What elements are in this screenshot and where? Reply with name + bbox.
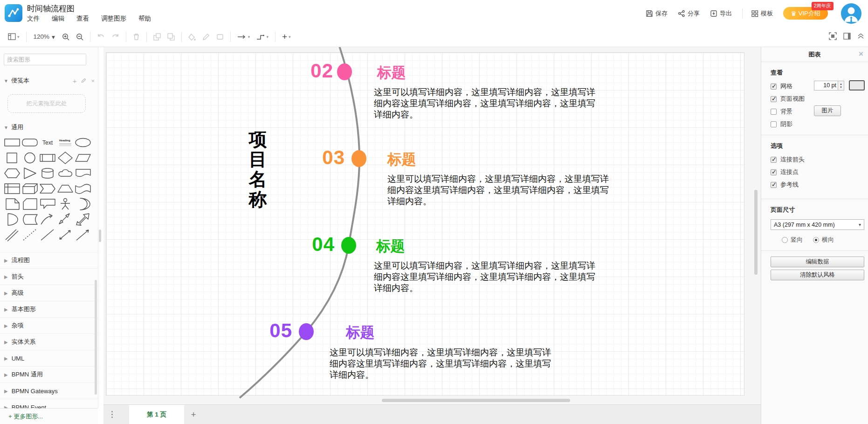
share-button[interactable]: 分享 xyxy=(678,9,700,18)
shape-document-icon[interactable] xyxy=(74,166,92,181)
timeline-number[interactable]: 05 xyxy=(250,320,292,342)
scratchpad-close-icon[interactable]: × xyxy=(91,77,95,84)
shape-or-icon[interactable] xyxy=(74,196,92,212)
timeline-title[interactable]: 标题 xyxy=(387,150,416,169)
grid-size-stepper[interactable]: ▲▼ xyxy=(838,81,844,90)
to-back-button[interactable] xyxy=(164,31,178,42)
timeline-description[interactable]: 这里可以填写详细内容，这里填写详细内容，这里填写详细内容这里填写详细内容，这里填… xyxy=(387,174,614,207)
shape-process-icon[interactable] xyxy=(39,150,56,166)
shape-triangle-icon[interactable] xyxy=(21,166,39,181)
menu-item-4[interactable]: 帮助 xyxy=(138,14,151,23)
timeline-dot[interactable] xyxy=(337,63,352,80)
category-3[interactable]: ▶基本图形 xyxy=(0,301,98,317)
collapse-toolbar-button[interactable] xyxy=(857,33,864,41)
grid-checkbox[interactable] xyxy=(771,83,777,90)
timeline-title[interactable]: 标题 xyxy=(346,323,375,342)
export-button[interactable]: 导出 xyxy=(710,9,732,18)
timeline-number[interactable]: 03 xyxy=(303,146,345,169)
clear-default-style-button[interactable]: 清除默认风格 xyxy=(771,270,864,280)
pages-menu-button[interactable] xyxy=(103,405,120,424)
shape-circle-icon[interactable] xyxy=(21,150,39,166)
avatar[interactable] xyxy=(841,3,861,24)
sidebar-resize-grip[interactable] xyxy=(99,229,101,242)
background-checkbox[interactable] xyxy=(771,109,777,115)
edit-data-button[interactable]: 编辑数据 xyxy=(771,257,864,267)
shape-internal-storage-icon[interactable] xyxy=(3,181,21,196)
zoom-level-dropdown[interactable]: 120% ▾ xyxy=(30,31,59,42)
fill-color-button[interactable] xyxy=(185,31,199,42)
line-color-button[interactable] xyxy=(199,31,213,42)
timeline-description[interactable]: 这里可以填写详细内容，这里填写详细内容，这里填写详细内容这里填写详细内容，这里填… xyxy=(374,260,600,294)
shape-tape-icon[interactable] xyxy=(74,181,92,196)
fit-page-button[interactable] xyxy=(829,32,837,42)
shape-two-way-arrow-icon[interactable] xyxy=(56,212,74,227)
shape-line-icon[interactable] xyxy=(39,227,56,243)
shape-rectangle-icon[interactable] xyxy=(3,135,21,150)
scratchpad-section[interactable]: ▼ 便笺本 + × xyxy=(4,76,95,85)
more-shapes-button[interactable]: + 更多图形... xyxy=(0,408,98,424)
shape-hexagon-icon[interactable] xyxy=(3,166,21,181)
shape-dotted-line-icon[interactable] xyxy=(21,227,39,243)
menu-item-0[interactable]: 文件 xyxy=(27,14,40,23)
general-shapes-section[interactable]: ▼ 通用 xyxy=(4,123,23,132)
save-button[interactable]: 保存 xyxy=(646,9,668,18)
horizontal-scrollbar[interactable] xyxy=(382,399,570,402)
delete-button[interactable] xyxy=(130,31,143,42)
category-7[interactable]: ▶BPMN 通用 xyxy=(0,366,98,382)
shape-card-icon[interactable] xyxy=(21,196,39,212)
vip-button[interactable]: ♛ VIP介绍 2周年庆 xyxy=(783,7,828,20)
shape-two-way-connector-icon[interactable] xyxy=(56,227,74,243)
sidebar-scrollbar[interactable] xyxy=(95,280,97,395)
insert-button[interactable]: + ▾ xyxy=(279,30,294,44)
shape-note-icon[interactable] xyxy=(3,196,21,212)
menu-item-2[interactable]: 查看 xyxy=(76,14,89,23)
scratchpad-edit-icon[interactable] xyxy=(81,77,86,84)
timeline-dot[interactable] xyxy=(299,323,314,340)
shape-cube-icon[interactable] xyxy=(21,181,39,196)
timeline-description[interactable]: 这里可以填写详细内容，这里填写详细内容，这里填写详细内容这里填写详细内容，这里填… xyxy=(330,347,556,381)
shape-text-icon[interactable]: Text xyxy=(39,135,56,150)
shape-ellipse-icon[interactable] xyxy=(74,135,92,150)
timeline-title[interactable]: 标题 xyxy=(376,236,405,256)
shape-heading-icon[interactable]: Heading xyxy=(56,135,74,150)
timeline-title[interactable]: 标题 xyxy=(377,63,406,83)
shape-double-line-icon[interactable] xyxy=(3,227,21,243)
redo-button[interactable] xyxy=(108,31,123,42)
category-1[interactable]: ▶箭头 xyxy=(0,268,98,285)
document-title[interactable]: 时间轴流程图 xyxy=(27,3,75,14)
page-tab-1[interactable]: 第 1 页 xyxy=(129,405,184,424)
category-4[interactable]: ▶杂项 xyxy=(0,317,98,334)
orientation-radio-1[interactable] xyxy=(813,237,819,243)
shadow-checkbox[interactable] xyxy=(771,121,777,127)
shape-parallelogram-icon[interactable] xyxy=(74,150,92,166)
edge-arrow-style-button[interactable]: ▾ xyxy=(234,32,254,42)
shape-and-icon[interactable] xyxy=(3,212,21,227)
grid-color-swatch[interactable] xyxy=(849,80,865,90)
timeline-dot[interactable] xyxy=(351,150,366,167)
template-button[interactable]: 模板 xyxy=(751,9,773,18)
vertical-scrollbar[interactable] xyxy=(754,190,758,275)
project-name-label[interactable]: 项目名称 xyxy=(247,129,269,209)
shape-curved-arrow-icon[interactable] xyxy=(39,212,56,227)
timeline-number[interactable]: 02 xyxy=(291,60,333,82)
option-checkbox-0[interactable] xyxy=(771,157,777,163)
menu-item-3[interactable]: 调整图形 xyxy=(101,14,126,23)
orientation-radio-0[interactable] xyxy=(782,237,788,243)
shape-step-icon[interactable] xyxy=(39,181,56,196)
shape-data-storage-icon[interactable] xyxy=(21,212,39,227)
to-front-button[interactable] xyxy=(150,31,164,42)
shape-directional-connector-icon[interactable] xyxy=(74,227,92,243)
undo-button[interactable] xyxy=(94,31,108,42)
timeline-number[interactable]: 04 xyxy=(293,233,335,256)
menu-item-1[interactable]: 编辑 xyxy=(52,14,64,23)
timeline-dot[interactable] xyxy=(341,237,356,254)
toggle-format-panel-button[interactable] xyxy=(843,33,851,42)
zoom-out-button[interactable] xyxy=(73,31,87,42)
shape-style-button[interactable] xyxy=(213,31,227,42)
zoom-in-button[interactable] xyxy=(59,31,73,42)
background-image-button[interactable]: 图片 xyxy=(814,105,841,116)
app-logo-icon[interactable] xyxy=(5,4,22,22)
shape-cylinder-icon[interactable] xyxy=(39,166,56,181)
scratchpad-dropzone[interactable]: 把元素拖至此处 xyxy=(7,94,86,113)
category-8[interactable]: ▶BPMN Gateways xyxy=(0,382,98,399)
